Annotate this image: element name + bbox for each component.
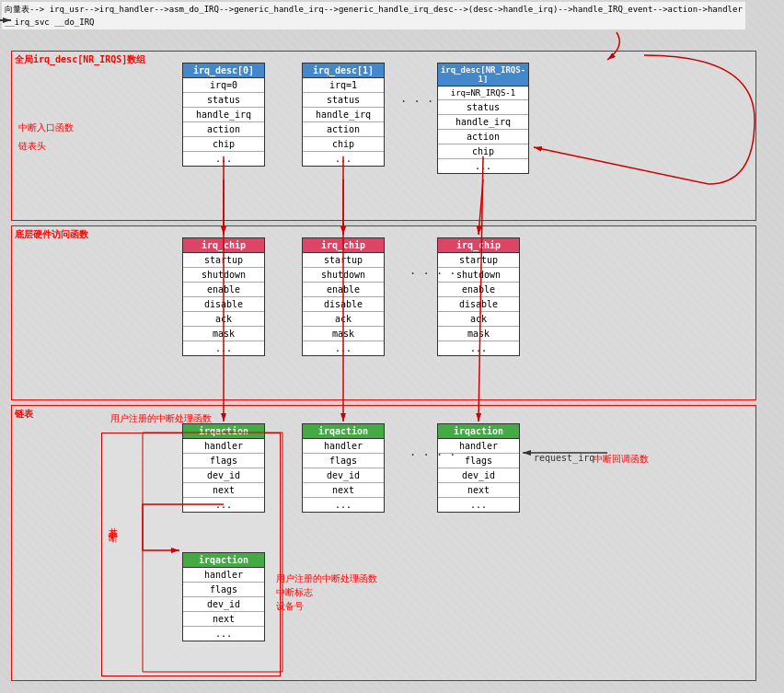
irqaction-0-handler: handler	[183, 439, 264, 454]
irq-chip-n-disable: disable	[438, 297, 519, 312]
call-chain-line1: 向量表--> irq_usr-->irq_handler-->asm_do_IR…	[5, 3, 743, 16]
irq-chip-0-ack: ack	[183, 312, 264, 327]
irq-desc-n-field-irq: irq=NR_IRQS-1	[438, 87, 528, 100]
irq-desc-n-box: irq_desc[NR_IRQS-1] irq=NR_IRQS-1 status…	[437, 63, 529, 174]
irqaction-n-next: next	[438, 483, 519, 498]
irq-desc-n-field-handle: handle_irq	[438, 115, 528, 130]
entry-func-label: 中断入口函数	[18, 121, 74, 134]
irq-chip-0-enable: enable	[183, 283, 264, 297]
call-chain: 向量表--> irq_usr-->irq_handler-->asm_do_IR…	[2, 2, 745, 29]
irq-chip-1-mask: mask	[303, 327, 384, 341]
user-handler-label: 用户注册的中断处理函数	[110, 412, 212, 425]
irqaction-1-handler: handler	[303, 439, 384, 454]
irqaction-n-flags: flags	[438, 454, 519, 468]
irq-desc-1-header: irq_desc[1]	[303, 64, 384, 78]
irq-chip-0-disable: disable	[183, 297, 264, 312]
irq-chip-n-startup: startup	[438, 253, 519, 268]
irq-chip-n-enable: enable	[438, 283, 519, 297]
call-chain-line2: __irq_svc __do_IRQ	[5, 16, 743, 29]
irqaction-1-box: irqaction handler flags dev_id next ...	[302, 423, 385, 513]
irq-desc-1-box: irq_desc[1] irq=1 status handle_irq acti…	[302, 63, 385, 167]
irq-desc-1-field-handle: handle_irq	[303, 108, 384, 122]
irq-chip-1-enable: enable	[303, 283, 384, 297]
irq-desc-0-field-irq: irq=0	[183, 78, 264, 93]
irqaction-0-next: next	[183, 483, 264, 498]
chain-head-label: 链表头	[18, 140, 46, 153]
irq-desc-n-field-chip: chip	[438, 144, 528, 159]
irqaction-1-next: next	[303, 483, 384, 498]
irqaction-1-dots: ...	[303, 498, 384, 512]
irq-chip-1-dots: ...	[303, 341, 384, 355]
dev-id-label: 设备号	[276, 600, 304, 613]
irq-desc-0-field-dots: ...	[183, 152, 264, 166]
irq-chip-n-box: irq_chip startup shutdown enable disable…	[437, 237, 520, 356]
irq-desc-1-field-status: status	[303, 93, 384, 108]
irq-chip-n-dots: ...	[438, 341, 519, 355]
irq-desc-1-field-irq: irq=1	[303, 78, 384, 93]
irq-desc-n-field-dots: ...	[438, 159, 528, 173]
irq-chip-0-dots: ...	[183, 341, 264, 355]
irq-desc-0-box: irq_desc[0] irq=0 status handle_irq acti…	[182, 63, 265, 167]
irqaction-sub-dots: ...	[183, 627, 264, 641]
irq-chip-1-box: irq_chip startup shutdown enable disable…	[302, 237, 385, 356]
shared-irq-label: 共享中断	[106, 520, 119, 527]
irq-chip-0-mask: mask	[183, 327, 264, 341]
irq-desc-1-field-dots: ...	[303, 152, 384, 166]
request-irq-label: request_irq	[534, 453, 594, 463]
irqaction-n-box: irqaction handler flags dev_id next ...	[437, 423, 520, 513]
irq-chip-n-mask: mask	[438, 327, 519, 341]
irqaction-1-flags: flags	[303, 454, 384, 468]
irq-chip-0-header: irq_chip	[183, 238, 264, 253]
irqaction-1-devid: dev_id	[303, 468, 384, 483]
irqaction-n-dots: ...	[438, 498, 519, 512]
user-handler-sub-label: 用户注册的中断处理函数	[276, 572, 377, 585]
irqaction-sub-next: next	[183, 612, 264, 627]
irqaction-sub-box: irqaction handler flags dev_id next ...	[182, 552, 265, 641]
irq-chip-1-ack: ack	[303, 312, 384, 327]
irqaction-n-handler: handler	[438, 439, 519, 454]
irq-desc-1-field-action: action	[303, 122, 384, 137]
irq-desc-0-header: irq_desc[0]	[183, 64, 264, 78]
irqaction-sub-header: irqaction	[183, 553, 264, 568]
irqaction-sub-devid: dev_id	[183, 597, 264, 612]
irqaction-0-flags: flags	[183, 454, 264, 468]
irq-desc-n-field-action: action	[438, 130, 528, 144]
irq-desc-n-field-status: status	[438, 100, 528, 115]
irqaction-sub-flags: flags	[183, 583, 264, 597]
main-container: 向量表--> irq_usr-->irq_handler-->asm_do_IR…	[0, 0, 784, 693]
irqaction-0-header: irqaction	[183, 424, 264, 439]
irq-desc-n-header: irq_desc[NR_IRQS-1]	[438, 64, 528, 87]
irq-chip-n-shutdown: shutdown	[438, 268, 519, 283]
irq-chip-0-box: irq_chip startup shutdown enable disable…	[182, 237, 265, 356]
irq-desc-1-field-chip: chip	[303, 137, 384, 152]
irq-chip-1-disable: disable	[303, 297, 384, 312]
irq-desc-0-field-status: status	[183, 93, 264, 108]
irqaction-1-header: irqaction	[303, 424, 384, 439]
irqaction-sub-handler: handler	[183, 568, 264, 583]
irqaction-n-header: irqaction	[438, 424, 519, 439]
irq-desc-0-field-handle: handle_irq	[183, 108, 264, 122]
irqaction-0-devid: dev_id	[183, 468, 264, 483]
irq-chip-n-ack: ack	[438, 312, 519, 327]
irq-desc-0-field-action: action	[183, 122, 264, 137]
irq-chip-1-shutdown: shutdown	[303, 268, 384, 283]
irq-chip-1-startup: startup	[303, 253, 384, 268]
irqaction-section-label: 链表	[15, 408, 33, 421]
irq-chip-0-startup: startup	[183, 253, 264, 268]
irq-chip-section-label: 底层硬件访问函数	[15, 228, 88, 241]
irq-flag-label: 中断标志	[276, 586, 313, 599]
irqaction-0-box: irqaction handler flags dev_id next ...	[182, 423, 265, 513]
irqaction-0-dots: ...	[183, 498, 264, 512]
irq-desc-section-label: 全局irq_desc[NR_IRQS]数组	[15, 53, 145, 66]
irq-callback-label: 中断回调函数	[594, 453, 649, 466]
irq-chip-1-header: irq_chip	[303, 238, 384, 253]
irq-desc-0-field-chip: chip	[183, 137, 264, 152]
irqaction-n-devid: dev_id	[438, 468, 519, 483]
irq-chip-0-shutdown: shutdown	[183, 268, 264, 283]
irq-chip-n-header: irq_chip	[438, 238, 519, 253]
